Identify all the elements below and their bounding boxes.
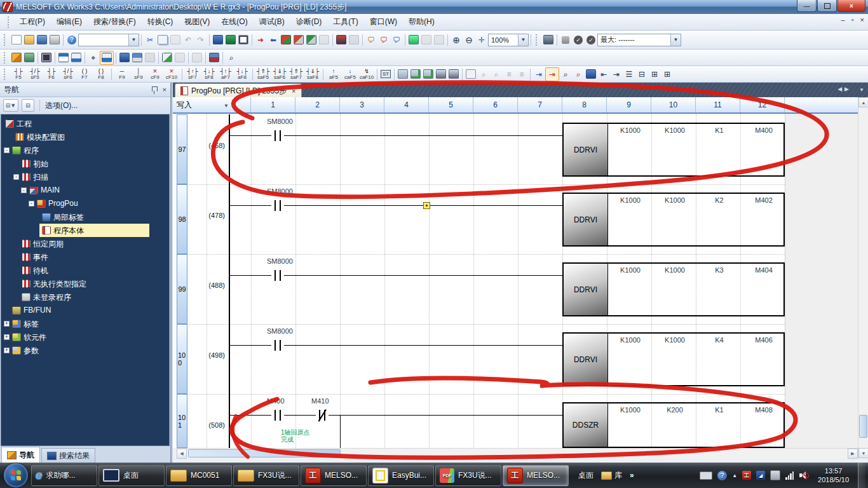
collapse-box[interactable]: - (21, 187, 27, 193)
falling-pulse-ne-parallel-button[interactable]: ┤⇓├saF8 (304, 67, 321, 81)
nav-item-event[interactable]: 事件 (1, 250, 169, 264)
taskbar-item-pdf[interactable]: PDF FX3U说... (435, 465, 501, 486)
edit-cursor[interactable] (423, 202, 430, 209)
taskbar-item-desktop[interactable]: 桌面 (98, 465, 165, 486)
menu-convert[interactable]: 转换(C) (142, 15, 179, 29)
open-contact[interactable] (271, 130, 284, 141)
register-watch-icon[interactable]: ⊞ (661, 68, 674, 81)
cut-icon[interactable]: ✂ (144, 34, 156, 46)
menu-find-replace[interactable]: 搜索/替换(F) (88, 15, 142, 29)
parallel-open-contact-button[interactable]: ┤├F6 (43, 67, 60, 81)
redo-icon[interactable]: ↷ (194, 34, 207, 46)
tab-list-dropdown-icon[interactable]: ▼ (859, 87, 864, 93)
monitor-stop-icon[interactable] (292, 34, 305, 46)
open-contact[interactable] (271, 410, 284, 421)
align-left-icon[interactable]: ≡ (503, 68, 515, 81)
device-list-icon[interactable] (131, 51, 144, 64)
taskbar-item-easybuilder[interactable]: EasyBui... (368, 465, 434, 486)
nav-item-standby[interactable]: 待机 (1, 264, 169, 277)
nav-item-parameter[interactable]: + 参数 (1, 344, 169, 357)
indent-out-icon[interactable]: ⇥ (610, 68, 623, 81)
device-find-dev-icon[interactable] (118, 51, 131, 64)
horizontal-line-button[interactable]: ─F9 (114, 67, 130, 81)
docking-window-icon[interactable] (100, 51, 114, 65)
application-instruction-button[interactable]: { }F8 (93, 67, 109, 81)
restore-button[interactable] (817, 0, 837, 12)
element-selection-icon[interactable] (23, 51, 36, 64)
undo-icon[interactable]: ↶ (182, 34, 194, 46)
nav-item-program[interactable]: - 程序 (1, 144, 169, 157)
taskbar-item-mc0051[interactable]: MC0051 (166, 465, 232, 486)
network-signal-icon[interactable] (785, 471, 794, 480)
write-to-plc-icon[interactable]: ➜ (254, 34, 267, 46)
vertical-scrollbar[interactable]: ▲ ▼ (858, 97, 868, 458)
taskbar-clock[interactable]: 13:572018/5/10 (818, 466, 849, 484)
scroll-up-icon[interactable]: ▲ (858, 97, 868, 107)
scroll-left-icon[interactable]: ◀ (177, 449, 187, 459)
menu-diagnostics[interactable]: 诊断(D) (290, 15, 328, 29)
read-from-plc-icon[interactable]: ⬅ (267, 34, 280, 46)
menu-project[interactable]: 工程(P) (14, 15, 51, 29)
open-contact[interactable] (271, 200, 284, 211)
statement-list-icon[interactable] (465, 68, 477, 81)
monitor-watch-icon[interactable] (305, 34, 318, 46)
monitor-start-icon[interactable] (280, 34, 292, 46)
tree-display-icon[interactable]: ⊟▼ (3, 99, 18, 112)
clipboard-tray-icon[interactable] (770, 470, 780, 480)
melsoft-tray-icon[interactable]: 工 (742, 471, 751, 480)
menu-tools[interactable]: 工具(T) (327, 15, 363, 29)
device-write-icon[interactable] (335, 34, 348, 46)
watch-window-icon[interactable] (70, 51, 83, 64)
keyboard-tray-icon[interactable] (700, 471, 712, 480)
insert-mode-icon[interactable] (407, 34, 420, 46)
paste-icon[interactable] (169, 34, 182, 46)
nav-item-device[interactable]: + 软元件 (1, 330, 169, 344)
falling-pulse-button[interactable]: ┤↓├sF8 (201, 67, 217, 81)
edit-ladder-block-icon[interactable] (435, 68, 447, 81)
rising-pulse-parallel-button[interactable]: ┤↑├aF7 (217, 67, 234, 81)
wrap-ladder-edit-icon[interactable]: ⇥ (545, 67, 559, 81)
invert-result-button[interactable]: ↓caF5 (342, 67, 358, 81)
open-contact[interactable] (271, 270, 284, 281)
instruction-block[interactable]: DDSZR K1000 K200 K1 M408 (562, 402, 785, 448)
convert-check-icon[interactable]: ✓ (572, 34, 585, 46)
convert-all-icon[interactable]: ✓ (585, 34, 597, 46)
device-find-icon[interactable] (212, 34, 224, 46)
insert-row-icon[interactable] (397, 68, 409, 81)
mdi-window-controls[interactable]: –▫× (841, 16, 864, 24)
device-batch-icon[interactable] (237, 34, 250, 46)
horizontal-scrollbar[interactable]: ◀ ▶ (177, 448, 858, 459)
nav-item-no-exec-type[interactable]: 无执行类型指定 (1, 277, 169, 290)
instruction-block[interactable]: DDRVI K1000 K1000 K3 M404 (562, 262, 785, 316)
menu-help[interactable]: 帮助(H) (403, 15, 440, 29)
falling-pulse-ne-button[interactable]: ┤⇓├saF6 (271, 67, 288, 81)
edit-comment-icon[interactable] (161, 51, 173, 64)
track-edit-icon[interactable] (433, 34, 445, 46)
rung-number[interactable]: 97 (177, 114, 187, 184)
taskbar-item-ie[interactable]: e 求助哪... (31, 465, 97, 486)
mode-cell[interactable]: 写入 ▼ (173, 97, 251, 112)
library-link[interactable]: 库 (601, 470, 622, 481)
statement-display-icon[interactable]: 🗩 (377, 34, 390, 46)
nav-item-scan[interactable]: - 扫描 (1, 170, 169, 184)
comment-display-icon[interactable]: 🗩 (365, 34, 377, 46)
output-window-icon[interactable] (57, 51, 70, 64)
max-dropdown-icon[interactable]: ▼ (670, 34, 681, 46)
scroll-right-icon[interactable]: ▶ (848, 449, 858, 459)
pin-icon[interactable] (152, 86, 158, 92)
rising-pulse-button[interactable]: ┤↑├sF7 (184, 67, 201, 81)
list-view-icon[interactable]: ☰ (623, 68, 635, 81)
menu-view[interactable]: 视图(V) (179, 15, 215, 29)
find-statement-icon[interactable]: ⌕ (477, 68, 490, 81)
expand-box[interactable]: + (4, 321, 10, 327)
menu-online[interactable]: 在线(O) (215, 15, 253, 29)
tree-collapse-all-icon[interactable]: ⊟ (22, 99, 34, 112)
menu-debug[interactable]: 调试(B) (254, 15, 290, 29)
rung-number[interactable]: 99 (177, 254, 187, 324)
rung-number[interactable]: 98 (177, 184, 187, 254)
nav-item-fb-fun[interactable]: FB/FUN (1, 304, 169, 317)
open-contact-button[interactable]: ┤├F5 (10, 67, 27, 81)
insert-column-icon[interactable] (422, 68, 435, 81)
falling-pulse-parallel-button[interactable]: ┤↓├aF8 (234, 67, 250, 81)
find-binoculars-icon[interactable]: ⌖ (87, 51, 100, 64)
